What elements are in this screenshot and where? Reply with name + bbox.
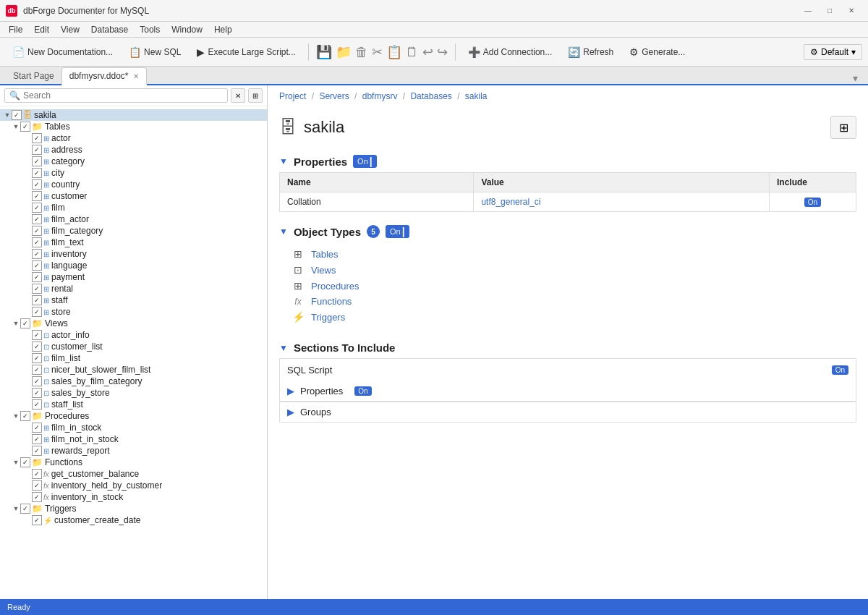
tree-item-views[interactable]: ▼ 📁 Views — [0, 318, 267, 329]
sales-by-store-checkbox[interactable] — [32, 388, 42, 398]
sales-by-film-checkbox[interactable] — [32, 376, 42, 386]
category-checkbox[interactable] — [32, 156, 42, 166]
nicer-film-list-checkbox[interactable] — [32, 365, 42, 375]
inventory-checkbox[interactable] — [32, 249, 42, 259]
tree-item-staff-list[interactable]: ⊡staff_list — [0, 399, 267, 410]
menu-file[interactable]: File — [3, 23, 28, 36]
inventory-held-checkbox[interactable] — [32, 480, 42, 491]
rewards-report-checkbox[interactable] — [32, 446, 42, 456]
tree-item-sakila[interactable]: ▼ 🗄 sakila — [0, 109, 267, 121]
tree-item-country[interactable]: ⊞country — [0, 179, 267, 190]
tab-overflow-icon[interactable]: ▾ — [848, 72, 862, 84]
menu-window[interactable]: Window — [166, 23, 208, 36]
inventory-in-stock-checkbox[interactable] — [32, 492, 42, 502]
customer-create-date-checkbox[interactable] — [32, 515, 42, 525]
search-box[interactable]: 🔍 — [4, 88, 228, 103]
tree-item-nicer-film-list[interactable]: ⊡nicer_but_slower_film_list — [0, 364, 267, 376]
tree-item-get-customer-balance[interactable]: fxget_customer_balance — [0, 468, 267, 480]
tables-checkbox[interactable] — [20, 122, 30, 132]
triggers-checkbox[interactable] — [20, 504, 30, 514]
maximize-button[interactable]: □ — [819, 4, 841, 18]
obj-type-functions[interactable]: fx Functions — [291, 296, 845, 307]
properties-collapsed-toggle[interactable]: On — [354, 386, 371, 396]
payment-checkbox[interactable] — [32, 272, 42, 282]
tree-item-film[interactable]: ⊞film — [0, 202, 267, 213]
tree-item-rental[interactable]: ⊞rental — [0, 283, 267, 294]
menu-tools[interactable]: Tools — [134, 23, 166, 36]
film-not-in-stock-checkbox[interactable] — [32, 434, 42, 444]
tree-item-inventory-in-stock[interactable]: fxinventory_in_stock — [0, 491, 267, 503]
tree-item-tables[interactable]: ▼ 📁 Tables — [0, 121, 267, 132]
properties-collapsed-row[interactable]: ▶ Properties On — [279, 381, 856, 402]
minimize-button[interactable]: — — [797, 4, 819, 18]
tree-item-customer-create-date[interactable]: ⚡customer_create_date — [0, 514, 267, 526]
tree-item-procedures[interactable]: ▼ 📁 Procedures — [0, 410, 267, 422]
tab-doc[interactable]: dbfmysrv.ddoc* ✕ — [61, 67, 147, 85]
object-types-toggle[interactable]: On — [386, 225, 409, 238]
menu-view[interactable]: View — [55, 23, 85, 36]
properties-toggle[interactable]: On — [353, 155, 377, 168]
breadcrumb-databases[interactable]: Databases — [410, 91, 451, 101]
sections-to-include-header[interactable]: ▼ Sections To Include — [279, 337, 856, 358]
tree-item-film-list[interactable]: ⊡film_list — [0, 352, 267, 364]
film-text-checkbox[interactable] — [32, 237, 42, 247]
add-connection-button[interactable]: ➕ Add Connection... — [461, 43, 558, 61]
views-checkbox[interactable] — [20, 318, 30, 328]
customer-checkbox[interactable] — [32, 191, 42, 201]
breadcrumb-servers[interactable]: Servers — [319, 91, 349, 101]
sidebar-options-button[interactable]: ⊞ — [248, 88, 263, 103]
tree-item-city[interactable]: ⊞city — [0, 167, 267, 179]
actor-checkbox[interactable] — [32, 133, 42, 143]
properties-section-header[interactable]: ▼ Properties On — [279, 150, 856, 172]
address-checkbox[interactable] — [32, 145, 42, 155]
country-checkbox[interactable] — [32, 179, 42, 190]
sakila-checkbox[interactable] — [12, 110, 22, 120]
get-customer-balance-checkbox[interactable] — [32, 469, 42, 479]
grid-view-button[interactable]: ⊞ — [830, 116, 856, 139]
tree-item-sales-by-store[interactable]: ⊡sales_by_store — [0, 387, 267, 399]
film-checkbox[interactable] — [32, 203, 42, 213]
obj-type-triggers[interactable]: ⚡ Triggers — [291, 311, 845, 323]
tree-item-film-category[interactable]: ⊞film_category — [0, 225, 267, 237]
sql-script-toggle[interactable]: On — [832, 365, 848, 375]
store-checkbox[interactable] — [32, 307, 42, 317]
city-checkbox[interactable] — [32, 168, 42, 178]
obj-type-views[interactable]: ⊡ Views — [291, 264, 845, 276]
tree-item-actor[interactable]: ⊞actor — [0, 132, 267, 144]
menu-edit[interactable]: Edit — [28, 23, 55, 36]
tree-item-film-in-stock[interactable]: ⊞film_in_stock — [0, 422, 267, 433]
menu-database[interactable]: Database — [85, 23, 134, 36]
tree-item-address[interactable]: ⊞address — [0, 144, 267, 156]
menu-help[interactable]: Help — [208, 23, 238, 36]
actor-info-checkbox[interactable] — [32, 330, 42, 340]
staff-checkbox[interactable] — [32, 295, 42, 305]
groups-collapsed-row[interactable]: ▶ Groups — [279, 402, 856, 423]
new-sql-button[interactable]: 📋 New SQL — [122, 43, 187, 61]
generate-button[interactable]: ⚙ Generate... — [623, 43, 692, 61]
close-button[interactable]: ✕ — [841, 4, 862, 18]
functions-checkbox[interactable] — [20, 457, 30, 467]
tree-item-store[interactable]: ⊞store — [0, 306, 267, 318]
breadcrumb-project[interactable]: Project — [279, 91, 306, 101]
tab-start-page[interactable]: Start Page — [6, 68, 61, 84]
language-checkbox[interactable] — [32, 260, 42, 271]
film-category-checkbox[interactable] — [32, 226, 42, 236]
refresh-button[interactable]: 🔄 Refresh — [561, 43, 620, 61]
tree-item-language[interactable]: ⊞language — [0, 260, 267, 271]
obj-type-procedures[interactable]: ⊞ Procedures — [291, 280, 845, 292]
tree-item-staff[interactable]: ⊞staff — [0, 294, 267, 306]
breadcrumb-sakila[interactable]: sakila — [465, 91, 488, 101]
new-doc-button[interactable]: 📄 New Documentation... — [6, 43, 119, 61]
customer-list-checkbox[interactable] — [32, 342, 42, 352]
tree-item-inventory-held[interactable]: fxinventory_held_by_customer — [0, 480, 267, 491]
breadcrumb-dbfmysrv[interactable]: dbfmysrv — [362, 91, 398, 101]
object-types-section-header[interactable]: ▼ Object Types 5 On — [279, 221, 856, 242]
tree-item-rewards-report[interactable]: ⊞rewards_report — [0, 445, 267, 457]
staff-list-checkbox[interactable] — [32, 399, 42, 410]
tree-item-triggers[interactable]: ▼ 📁 Triggers — [0, 503, 267, 514]
tree-item-payment[interactable]: ⊞payment — [0, 271, 267, 283]
film-list-checkbox[interactable] — [32, 353, 42, 363]
procedures-checkbox[interactable] — [20, 411, 30, 421]
tree-item-inventory[interactable]: ⊞inventory — [0, 248, 267, 260]
tree-item-customer-list[interactable]: ⊡customer_list — [0, 341, 267, 352]
